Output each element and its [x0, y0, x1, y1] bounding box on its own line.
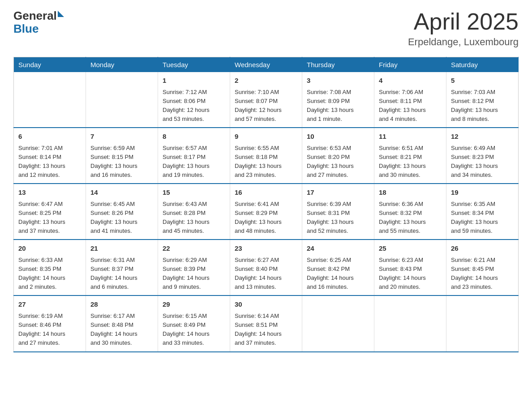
calendar-cell: 30Sunrise: 6:14 AM Sunset: 8:51 PM Dayli… — [230, 295, 302, 351]
calendar-cell: 10Sunrise: 6:53 AM Sunset: 8:20 PM Dayli… — [302, 128, 374, 184]
calendar-cell — [86, 72, 158, 128]
day-info: Sunrise: 6:29 AM Sunset: 8:39 PM Dayligh… — [163, 256, 225, 292]
col-thursday: Thursday — [302, 57, 374, 73]
day-info: Sunrise: 6:25 AM Sunset: 8:42 PM Dayligh… — [307, 256, 369, 292]
day-info: Sunrise: 6:41 AM Sunset: 8:29 PM Dayligh… — [235, 200, 297, 236]
calendar-week-row: 20Sunrise: 6:33 AM Sunset: 8:35 PM Dayli… — [14, 240, 519, 295]
calendar-cell: 24Sunrise: 6:25 AM Sunset: 8:42 PM Dayli… — [302, 240, 374, 295]
calendar-cell: 13Sunrise: 6:47 AM Sunset: 8:25 PM Dayli… — [14, 184, 86, 240]
day-number: 16 — [235, 188, 297, 198]
calendar-cell: 9Sunrise: 6:55 AM Sunset: 8:18 PM Daylig… — [230, 128, 302, 184]
day-info: Sunrise: 6:45 AM Sunset: 8:26 PM Dayligh… — [90, 200, 153, 236]
day-number: 22 — [163, 244, 225, 254]
col-sunday: Sunday — [14, 57, 86, 73]
calendar-cell — [374, 295, 446, 351]
calendar-cell: 6Sunrise: 7:01 AM Sunset: 8:14 PM Daylig… — [14, 128, 86, 184]
day-info: Sunrise: 6:17 AM Sunset: 8:48 PM Dayligh… — [90, 312, 153, 348]
calendar-cell: 5Sunrise: 7:03 AM Sunset: 8:12 PM Daylig… — [446, 72, 519, 128]
calendar-cell: 29Sunrise: 6:15 AM Sunset: 8:49 PM Dayli… — [158, 295, 230, 351]
day-info: Sunrise: 6:49 AM Sunset: 8:23 PM Dayligh… — [451, 144, 514, 180]
day-number: 13 — [18, 188, 81, 198]
day-info: Sunrise: 6:51 AM Sunset: 8:21 PM Dayligh… — [379, 144, 442, 180]
day-number: 30 — [235, 300, 297, 310]
calendar-cell: 14Sunrise: 6:45 AM Sunset: 8:26 PM Dayli… — [86, 184, 158, 240]
title-block: April 2025 Erpeldange, Luxembourg — [408, 9, 519, 48]
day-info: Sunrise: 7:12 AM Sunset: 8:06 PM Dayligh… — [163, 88, 225, 124]
day-number: 18 — [379, 188, 442, 198]
day-info: Sunrise: 6:19 AM Sunset: 8:46 PM Dayligh… — [18, 312, 81, 348]
day-info: Sunrise: 7:08 AM Sunset: 8:09 PM Dayligh… — [307, 88, 369, 124]
day-number: 2 — [235, 76, 297, 86]
calendar-week-row: 1Sunrise: 7:12 AM Sunset: 8:06 PM Daylig… — [14, 72, 519, 128]
calendar-cell: 17Sunrise: 6:39 AM Sunset: 8:31 PM Dayli… — [302, 184, 374, 240]
col-friday: Friday — [374, 57, 446, 73]
page-header: General Blue April 2025 Erpeldange, Luxe… — [13, 9, 519, 48]
calendar-cell: 22Sunrise: 6:29 AM Sunset: 8:39 PM Dayli… — [158, 240, 230, 295]
day-info: Sunrise: 6:21 AM Sunset: 8:45 PM Dayligh… — [451, 256, 514, 292]
day-info: Sunrise: 6:23 AM Sunset: 8:43 PM Dayligh… — [379, 256, 442, 292]
day-number: 23 — [235, 244, 297, 254]
calendar-table: Sunday Monday Tuesday Wednesday Thursday… — [13, 57, 519, 352]
day-number: 10 — [307, 132, 369, 142]
day-number: 28 — [90, 300, 153, 310]
day-number: 3 — [307, 76, 369, 86]
day-info: Sunrise: 7:03 AM Sunset: 8:12 PM Dayligh… — [451, 88, 514, 124]
day-number: 27 — [18, 300, 81, 310]
day-info: Sunrise: 6:39 AM Sunset: 8:31 PM Dayligh… — [307, 200, 369, 236]
calendar-cell: 23Sunrise: 6:27 AM Sunset: 8:40 PM Dayli… — [230, 240, 302, 295]
calendar-cell: 15Sunrise: 6:43 AM Sunset: 8:28 PM Dayli… — [158, 184, 230, 240]
day-number: 1 — [163, 76, 225, 86]
calendar-week-row: 27Sunrise: 6:19 AM Sunset: 8:46 PM Dayli… — [14, 295, 519, 351]
day-info: Sunrise: 6:57 AM Sunset: 8:17 PM Dayligh… — [163, 144, 225, 180]
calendar-title: April 2025 — [408, 9, 519, 34]
logo-blue-text: Blue — [13, 22, 64, 36]
calendar-body: 1Sunrise: 7:12 AM Sunset: 8:06 PM Daylig… — [14, 72, 519, 351]
calendar-cell: 26Sunrise: 6:21 AM Sunset: 8:45 PM Dayli… — [446, 240, 519, 295]
calendar-cell: 16Sunrise: 6:41 AM Sunset: 8:29 PM Dayli… — [230, 184, 302, 240]
col-saturday: Saturday — [446, 57, 519, 73]
calendar-subtitle: Erpeldange, Luxembourg — [408, 36, 519, 48]
calendar-week-row: 6Sunrise: 7:01 AM Sunset: 8:14 PM Daylig… — [14, 128, 519, 184]
day-number: 6 — [18, 132, 81, 142]
day-number: 29 — [163, 300, 225, 310]
calendar-cell: 2Sunrise: 7:10 AM Sunset: 8:07 PM Daylig… — [230, 72, 302, 128]
calendar-cell: 18Sunrise: 6:36 AM Sunset: 8:32 PM Dayli… — [374, 184, 446, 240]
calendar-cell: 19Sunrise: 6:35 AM Sunset: 8:34 PM Dayli… — [446, 184, 519, 240]
day-info: Sunrise: 6:31 AM Sunset: 8:37 PM Dayligh… — [90, 256, 153, 292]
day-info: Sunrise: 6:36 AM Sunset: 8:32 PM Dayligh… — [379, 200, 442, 236]
day-info: Sunrise: 6:59 AM Sunset: 8:15 PM Dayligh… — [90, 144, 153, 180]
day-number: 20 — [18, 244, 81, 254]
day-info: Sunrise: 6:35 AM Sunset: 8:34 PM Dayligh… — [451, 200, 514, 236]
day-info: Sunrise: 7:10 AM Sunset: 8:07 PM Dayligh… — [235, 88, 297, 124]
day-number: 26 — [451, 244, 514, 254]
day-number: 11 — [379, 132, 442, 142]
calendar-cell: 3Sunrise: 7:08 AM Sunset: 8:09 PM Daylig… — [302, 72, 374, 128]
calendar-cell: 20Sunrise: 6:33 AM Sunset: 8:35 PM Dayli… — [14, 240, 86, 295]
logo-arrow-icon — [58, 11, 64, 17]
day-info: Sunrise: 7:06 AM Sunset: 8:11 PM Dayligh… — [379, 88, 442, 124]
calendar-cell: 25Sunrise: 6:23 AM Sunset: 8:43 PM Dayli… — [374, 240, 446, 295]
col-tuesday: Tuesday — [158, 57, 230, 73]
day-info: Sunrise: 6:53 AM Sunset: 8:20 PM Dayligh… — [307, 144, 369, 180]
day-info: Sunrise: 6:15 AM Sunset: 8:49 PM Dayligh… — [163, 312, 225, 348]
calendar-cell: 11Sunrise: 6:51 AM Sunset: 8:21 PM Dayli… — [374, 128, 446, 184]
day-number: 9 — [235, 132, 297, 142]
day-number: 19 — [451, 188, 514, 198]
day-info: Sunrise: 6:47 AM Sunset: 8:25 PM Dayligh… — [18, 200, 81, 236]
day-number: 21 — [90, 244, 153, 254]
days-of-week-row: Sunday Monday Tuesday Wednesday Thursday… — [14, 57, 519, 73]
calendar-cell — [302, 295, 374, 351]
day-info: Sunrise: 7:01 AM Sunset: 8:14 PM Dayligh… — [18, 144, 81, 180]
day-number: 8 — [163, 132, 225, 142]
logo-general-text: General — [13, 9, 57, 23]
calendar-cell: 4Sunrise: 7:06 AM Sunset: 8:11 PM Daylig… — [374, 72, 446, 128]
day-number: 5 — [451, 76, 514, 86]
calendar-cell — [14, 72, 86, 128]
day-info: Sunrise: 6:33 AM Sunset: 8:35 PM Dayligh… — [18, 256, 81, 292]
calendar-cell: 8Sunrise: 6:57 AM Sunset: 8:17 PM Daylig… — [158, 128, 230, 184]
logo: General Blue — [13, 9, 64, 36]
calendar-header: Sunday Monday Tuesday Wednesday Thursday… — [14, 57, 519, 73]
day-number: 14 — [90, 188, 153, 198]
day-number: 24 — [307, 244, 369, 254]
day-info: Sunrise: 6:14 AM Sunset: 8:51 PM Dayligh… — [235, 312, 297, 348]
